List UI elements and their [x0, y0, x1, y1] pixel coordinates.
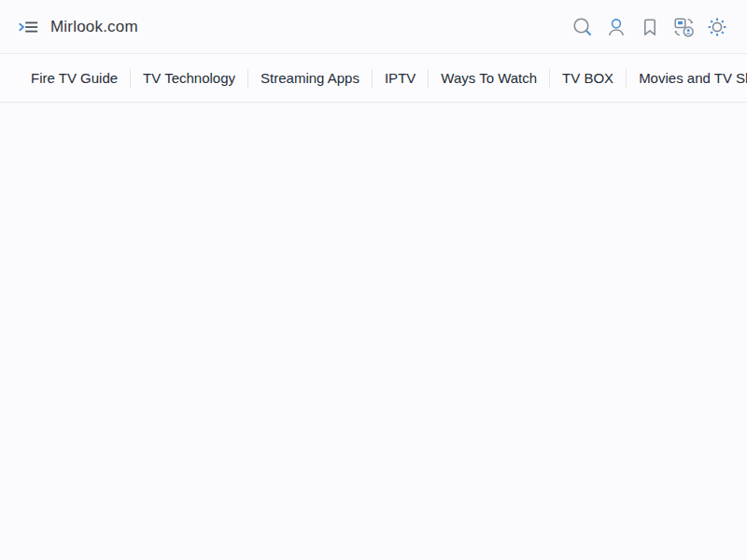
search-button[interactable]	[571, 15, 595, 39]
nav-item-iptv[interactable]: IPTV	[373, 54, 428, 103]
search-icon	[571, 16, 594, 38]
header: Mirlook.com	[0, 0, 747, 54]
user-button[interactable]	[604, 15, 628, 39]
nav-item-ways-to-watch[interactable]: Ways To Watch	[429, 54, 549, 103]
nav-item-streaming-apps[interactable]: Streaming Apps	[248, 54, 372, 103]
nav-item-fire-tv-guide[interactable]: Fire TV Guide	[19, 54, 130, 103]
bookmark-icon	[639, 16, 661, 38]
main-nav: Fire TV Guide TV Technology Streaming Ap…	[0, 54, 747, 103]
user-icon	[605, 16, 627, 38]
bookmark-button[interactable]	[638, 15, 662, 39]
site-title[interactable]: Mirlook.com	[50, 18, 138, 36]
language-swap-icon	[672, 16, 695, 38]
sidebar-toggle-icon	[17, 16, 39, 38]
nav-item-tv-box[interactable]: TV BOX	[550, 54, 626, 103]
theme-toggle-button[interactable]	[705, 15, 729, 39]
menu-toggle-button[interactable]	[16, 15, 40, 39]
theme-sun-icon	[706, 16, 728, 38]
nav-item-movies-and-tv-shows[interactable]: Movies and TV Shows	[627, 54, 747, 103]
nav-item-tv-technology[interactable]: TV Technology	[131, 54, 247, 103]
language-swap-button[interactable]	[671, 15, 696, 39]
page-body	[0, 103, 747, 559]
brand[interactable]: Mirlook.com	[16, 15, 138, 39]
header-icons	[571, 15, 729, 39]
